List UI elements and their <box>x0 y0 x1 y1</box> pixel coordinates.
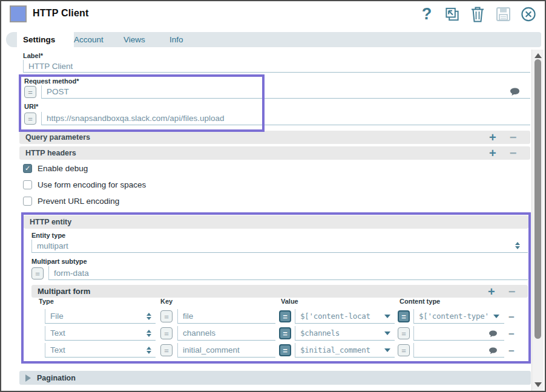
scrollbar-down-arrow[interactable] <box>532 380 544 390</box>
row1-content-type-dropdown-icon[interactable] <box>493 315 499 318</box>
tab-bar: Settings Account Views Info <box>6 32 541 47</box>
down-arrow-glyph <box>534 382 542 387</box>
speech-bubble-glyph <box>488 330 498 338</box>
column-header-type: Type <box>39 298 54 305</box>
row1-type-spinner-icon[interactable] <box>146 313 151 320</box>
http-headers-actions: + − <box>489 146 516 160</box>
row1-value-expression-toggle[interactable]: = <box>279 310 291 322</box>
query-parameters-add-button[interactable]: + <box>489 131 496 143</box>
speech-bubble-glyph <box>510 88 520 96</box>
row1-key-expression-toggle[interactable]: = <box>160 310 173 322</box>
row3-content-type-expression-toggle[interactable]: = <box>398 344 410 356</box>
row2-value-dropdown-icon[interactable] <box>384 332 390 335</box>
save-icon[interactable] <box>495 5 511 22</box>
spinner-down-arrow <box>146 351 151 354</box>
export-icon-glyph <box>444 6 460 22</box>
row2-key-input[interactable]: channels <box>177 326 275 341</box>
row3-type-spinner-icon[interactable] <box>146 347 151 354</box>
pagination-expand-icon[interactable] <box>25 374 31 382</box>
query-parameters-actions: + − <box>489 131 516 144</box>
spinner-up-arrow <box>146 313 151 316</box>
uri-expression-toggle[interactable]: = <box>24 113 36 125</box>
row3-key-expression-toggle[interactable]: = <box>160 344 173 356</box>
uri-label: URI* <box>24 103 38 110</box>
row1-content-type-input[interactable]: $['content-type' <box>413 309 504 324</box>
row1-value-input[interactable]: $['content-locat <box>295 309 395 324</box>
section-http-headers[interactable]: HTTP headers <box>19 146 530 160</box>
checkbox-form-encoding[interactable]: Use form encoding for spaces <box>23 180 146 189</box>
spinner-up-arrow <box>146 330 151 333</box>
column-header-key: Key <box>160 298 173 305</box>
row2-type-spinner-icon[interactable] <box>146 330 151 337</box>
spinner-up-arrow <box>146 347 151 350</box>
section-http-entity[interactable]: HTTP entity <box>24 215 528 229</box>
up-arrow-glyph <box>534 53 542 58</box>
label-field-label: Label* <box>23 52 43 59</box>
request-method-expression-toggle[interactable]: = <box>24 86 36 98</box>
header-toolbar: ? <box>419 5 536 23</box>
row3-value-input[interactable]: $initial_comment <box>295 343 395 358</box>
close-icon[interactable] <box>521 5 536 22</box>
row1-content-type-expression-toggle[interactable]: = <box>398 310 410 322</box>
row3-content-type-comment-icon[interactable] <box>488 346 498 357</box>
entity-type-select[interactable]: multipart <box>31 240 528 253</box>
request-method-input[interactable]: POST <box>41 85 530 99</box>
spinner-up-arrow <box>515 242 520 245</box>
tab-views[interactable]: Views <box>123 32 145 47</box>
tab-settings[interactable]: Settings <box>23 32 55 47</box>
checkbox-prevent-url-encoding[interactable]: Prevent URL encoding <box>23 197 119 206</box>
uri-input[interactable]: https://snapsandboxqa.slack.com/api/file… <box>41 112 530 125</box>
row2-remove-button[interactable]: − <box>508 329 515 339</box>
snap-icon <box>10 5 27 22</box>
delete-icon[interactable] <box>470 5 485 22</box>
row2-value-input[interactable]: $channels <box>295 326 395 341</box>
query-parameters-remove-button[interactable]: − <box>510 131 517 143</box>
scrollbar-thumb[interactable] <box>534 59 541 339</box>
trash-icon-glyph <box>470 6 485 22</box>
row2-content-type-expression-toggle[interactable]: = <box>398 327 410 339</box>
multipart-subtype-label: Multipart subtype <box>31 258 87 265</box>
multipart-subtype-input[interactable]: form-data <box>48 266 528 280</box>
row1-remove-button[interactable]: − <box>508 312 515 322</box>
request-method-comment-icon[interactable] <box>510 88 520 99</box>
close-icon-glyph <box>521 6 536 22</box>
entity-type-spinner-icon[interactable] <box>515 242 520 249</box>
speech-bubble-glyph <box>488 347 498 354</box>
tab-info[interactable]: Info <box>169 32 183 47</box>
row2-value-expression-toggle[interactable]: = <box>279 327 291 339</box>
prevent-url-encoding-checkbox[interactable] <box>23 197 32 206</box>
row3-value-dropdown-icon[interactable] <box>384 348 390 352</box>
section-multipart-form[interactable]: Multipart form <box>31 285 528 298</box>
request-method-label: Request method* <box>24 77 79 85</box>
row2-type-select[interactable]: Text <box>45 326 156 341</box>
multipart-form-remove-button[interactable]: − <box>508 286 516 298</box>
export-icon[interactable] <box>444 5 460 22</box>
row1-key-input[interactable]: file <box>177 309 275 324</box>
dialog-title: HTTP Client <box>33 8 89 19</box>
enable-debug-checkbox[interactable]: ✓ <box>23 164 32 173</box>
http-headers-remove-button[interactable]: − <box>510 147 517 159</box>
row3-value-expression-toggle[interactable]: = <box>279 344 291 356</box>
checkbox-enable-debug[interactable]: ✓ Enable debug <box>23 164 88 173</box>
row2-content-type-comment-icon[interactable] <box>488 329 498 340</box>
help-icon[interactable]: ? <box>419 5 435 22</box>
section-pagination[interactable]: Pagination <box>19 371 531 385</box>
section-query-parameters[interactable]: Query parameters <box>19 131 530 144</box>
spinner-down-arrow <box>515 246 520 249</box>
spinner-down-arrow <box>146 317 151 320</box>
row1-type-select[interactable]: File <box>45 309 156 324</box>
row3-type-select[interactable]: Text <box>45 343 156 358</box>
http-headers-add-button[interactable]: + <box>489 147 496 159</box>
column-header-content-type: Content type <box>400 298 440 305</box>
form-encoding-checkbox[interactable] <box>23 180 32 189</box>
row2-key-expression-toggle[interactable]: = <box>160 327 173 339</box>
row3-remove-button[interactable]: − <box>508 346 515 356</box>
multipart-form-add-button[interactable]: + <box>488 286 495 298</box>
multipart-subtype-expression-toggle[interactable]: = <box>31 267 44 279</box>
tab-account[interactable]: Account <box>74 32 104 47</box>
row1-value-dropdown-icon[interactable] <box>384 315 390 318</box>
label-field-input[interactable]: HTTP Client <box>23 60 530 73</box>
scrollbar[interactable] <box>531 50 544 391</box>
row3-key-input[interactable]: initial_comment <box>177 343 275 358</box>
floppy-icon-glyph <box>496 7 511 22</box>
